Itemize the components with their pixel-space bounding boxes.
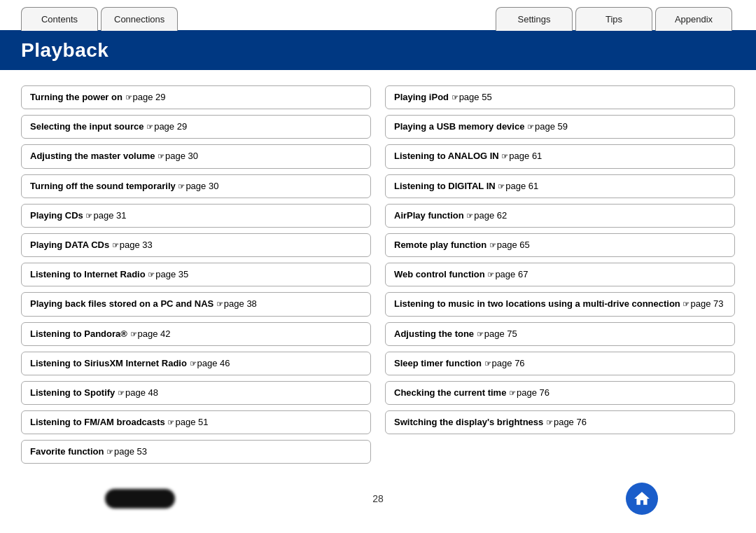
left-link-4[interactable]: Playing CDs ☞page 31 <box>21 204 371 228</box>
right-link-10[interactable]: Checking the current time ☞page 76 <box>385 381 735 405</box>
left-link-9[interactable]: Listening to SiriusXM Internet Radio ☞pa… <box>21 352 371 375</box>
tab-tips[interactable]: Tips <box>575 7 652 31</box>
right-link-6[interactable]: Web control function ☞page 67 <box>385 263 735 286</box>
right-link-4[interactable]: AirPlay function ☞page 62 <box>385 204 735 228</box>
right-link-2[interactable]: Listening to ANALOG IN ☞page 61 <box>385 144 735 168</box>
right-link-11[interactable]: Switching the display's brightness ☞page… <box>385 410 735 434</box>
logo-image <box>105 489 175 508</box>
page-title-bar: Playback <box>0 32 756 70</box>
left-link-10[interactable]: Listening to Spotify ☞page 48 <box>21 381 371 405</box>
left-link-11[interactable]: Listening to FM/AM broadcasts ☞page 51 <box>21 410 371 434</box>
right-link-8[interactable]: Adjusting the tone ☞page 75 <box>385 322 735 346</box>
left-link-7[interactable]: Playing back files stored on a PC and NA… <box>21 292 371 316</box>
left-link-12[interactable]: Favorite function ☞page 53 <box>21 440 371 464</box>
right-link-1[interactable]: Playing a USB memory device ☞page 59 <box>385 115 735 139</box>
right-link-7[interactable]: Listening to music in two locations usin… <box>385 292 735 316</box>
footer: 28 <box>0 485 756 506</box>
tab-appendix[interactable]: Appendix <box>655 7 732 31</box>
left-link-8[interactable]: Listening to Pandora® ☞page 42 <box>21 322 371 346</box>
home-icon <box>633 490 651 508</box>
right-link-0[interactable]: Playing iPod ☞page 55 <box>385 85 735 109</box>
page-number: 28 <box>372 493 384 504</box>
main-content: Turning the power on ☞page 29Selecting t… <box>0 70 756 478</box>
tab-connections[interactable]: Connections <box>101 7 178 31</box>
tab-contents[interactable]: Contents <box>21 7 98 31</box>
footer-logo <box>105 489 175 508</box>
tab-settings[interactable]: Settings <box>496 7 573 31</box>
right-link-3[interactable]: Listening to DIGITAL IN ☞page 61 <box>385 174 735 198</box>
right-link-9[interactable]: Sleep timer function ☞page 76 <box>385 352 735 375</box>
left-link-2[interactable]: Adjusting the master volume ☞page 30 <box>21 144 371 168</box>
right-column: Playing iPod ☞page 55Playing a USB memor… <box>385 85 735 464</box>
left-link-3[interactable]: Turning off the sound temporarily ☞page … <box>21 174 371 198</box>
nav-tabs: Contents Connections Settings Tips Appen… <box>0 0 756 32</box>
left-column: Turning the power on ☞page 29Selecting t… <box>21 85 371 464</box>
right-link-5[interactable]: Remote play function ☞page 65 <box>385 233 735 257</box>
left-link-0[interactable]: Turning the power on ☞page 29 <box>21 85 371 109</box>
home-button[interactable] <box>626 483 658 515</box>
page-title: Playback <box>21 39 735 62</box>
left-link-5[interactable]: Playing DATA CDs ☞page 33 <box>21 233 371 257</box>
left-link-6[interactable]: Listening to Internet Radio ☞page 35 <box>21 263 371 286</box>
left-link-1[interactable]: Selecting the input source ☞page 29 <box>21 115 371 139</box>
